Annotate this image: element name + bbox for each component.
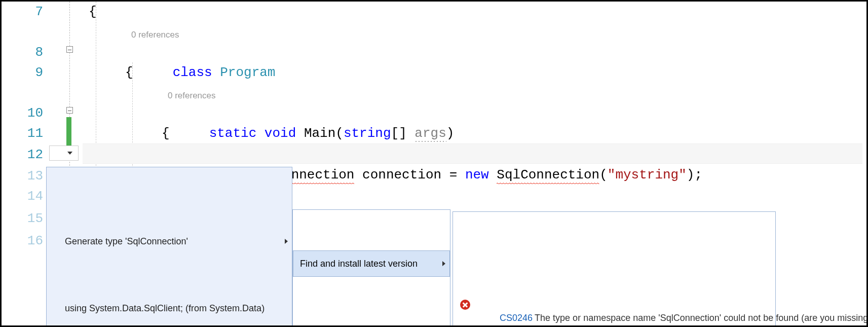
fold-toggle-icon[interactable] [66, 107, 73, 114]
change-indicator [66, 117, 71, 148]
submenu-arrow-icon [285, 239, 288, 244]
line-number: 8 [35, 42, 43, 62]
quick-actions-menu: Generate type 'SqlConnection' using Syst… [46, 167, 292, 327]
line-number: 12 [27, 144, 43, 165]
line-number: 11 [27, 123, 43, 143]
line-number-gutter: 7 8 9 10 11 12 13 14 15 16 [2, 2, 48, 325]
code-line: { [125, 62, 133, 83]
submenu-arrow-icon [442, 261, 445, 266]
line-number: 13 [27, 166, 43, 186]
fold-toggle-icon[interactable] [66, 46, 73, 53]
menu-item-add-using[interactable]: using System.Data.SqlClient; (from Syste… [47, 295, 292, 321]
lightbulb-error-icon [55, 148, 65, 158]
line-number: 7 [35, 2, 43, 22]
line-number: 10 [27, 103, 43, 123]
line-number: 16 [27, 231, 43, 251]
code-line: { [162, 123, 170, 143]
submenu-item-find-install-latest[interactable]: Find and install latest version [293, 250, 450, 277]
install-package-submenu: Find and install latest version Install … [292, 209, 450, 327]
error-icon [460, 300, 470, 310]
code-line: { [89, 2, 97, 22]
quick-actions-button[interactable] [49, 146, 79, 161]
menu-item-generate-type[interactable]: Generate type 'SqlConnection' [47, 228, 292, 255]
error-code: CS0246 [500, 313, 533, 323]
submenu-item-package-manager[interactable]: Install with package manager... [293, 317, 450, 327]
code-editor[interactable]: 7 8 9 10 11 12 13 14 15 16 { 0 reference… [2, 2, 866, 325]
line-number: 9 [35, 62, 43, 83]
line-number: 14 [27, 186, 43, 206]
error-description: CS0246The type or namespace name 'SqlCon… [474, 298, 868, 327]
chevron-down-icon [67, 152, 72, 155]
line-number: 15 [27, 208, 43, 229]
quick-fix-preview-pane: CS0246The type or namespace name 'SqlCon… [452, 211, 776, 327]
error-token: SqlConnection [497, 167, 599, 184]
